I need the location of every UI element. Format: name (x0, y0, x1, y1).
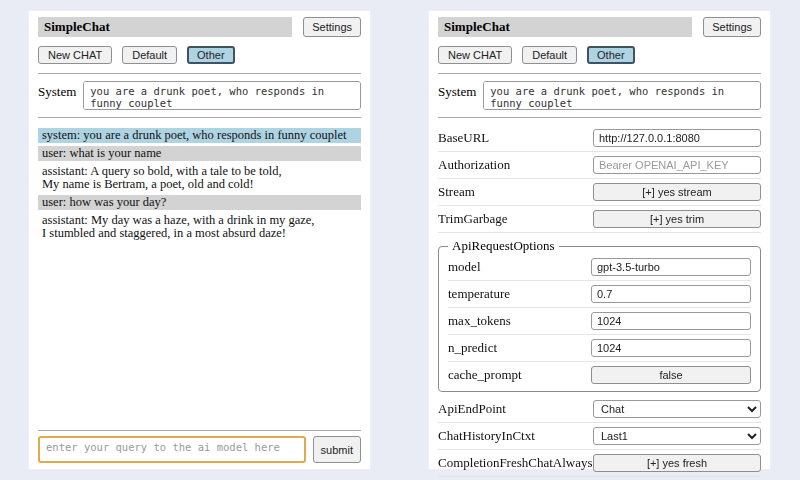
system-prompt-row: System you are a drunk poet, who respond… (438, 81, 761, 110)
setting-row-chat-history-in-ctxt: ChatHistoryInCtxt Last1 (438, 423, 761, 450)
trimgarbage-label: TrimGarbage (438, 211, 508, 227)
setting-row-n-predict: n_predict (448, 335, 751, 362)
chat-panel: SimpleChat Settings New CHAT Default Oth… (28, 10, 371, 470)
api-request-options-legend: ApiRequestOptions (448, 238, 559, 254)
chat-message-user: user: what is your name (38, 146, 361, 161)
setting-row-api-endpoint: ApiEndPoint Chat (438, 396, 761, 423)
api-request-options-fieldset: ApiRequestOptions model temperature max_… (438, 238, 761, 392)
chat-session-toolbar: New CHAT Default Other (438, 46, 761, 64)
titlebar-row: SimpleChat Settings (438, 17, 761, 37)
api-endpoint-select[interactable]: Chat (593, 400, 761, 418)
cache-prompt-toggle-button[interactable]: false (591, 366, 751, 384)
model-input[interactable] (591, 258, 751, 276)
baseurl-label: BaseURL (438, 130, 489, 146)
chat-message-user: user: how was your day? (38, 195, 361, 210)
n-predict-label: n_predict (448, 340, 497, 356)
max-tokens-input[interactable] (591, 312, 751, 330)
baseurl-input[interactable] (593, 129, 761, 147)
chat-log: system: you are a drunk poet, who respon… (38, 128, 361, 424)
stream-label: Stream (438, 184, 475, 200)
setting-row-cache-prompt: cache_prompt false (448, 362, 751, 388)
temperature-input[interactable] (591, 285, 751, 303)
settings-button[interactable]: Settings (303, 17, 361, 37)
divider (38, 430, 361, 431)
model-label: model (448, 259, 481, 275)
settings-panel: SimpleChat Settings New CHAT Default Oth… (428, 10, 771, 470)
setting-row-temperature: temperature (448, 281, 751, 308)
settings-button[interactable]: Settings (703, 17, 761, 37)
query-row: submit (38, 436, 361, 463)
new-chat-button[interactable]: New CHAT (38, 46, 112, 64)
query-footer: submit (38, 424, 361, 463)
completion-fresh-chat-always-toggle-button[interactable]: [+] yes fresh (593, 454, 761, 472)
completion-fresh-chat-always-label: CompletionFreshChatAlways (438, 455, 593, 471)
chat-message-assistant: assistant: My day was a haze, with a dri… (38, 213, 361, 241)
authorization-input[interactable] (593, 156, 761, 174)
api-endpoint-label: ApiEndPoint (438, 401, 506, 417)
setting-row-completion-fresh-chat-always: CompletionFreshChatAlways [+] yes fresh (438, 450, 761, 477)
setting-row-authorization: Authorization (438, 152, 761, 179)
setting-row-baseurl: BaseURL (438, 125, 761, 152)
temperature-label: temperature (448, 286, 510, 302)
chat-message-system: system: you are a drunk poet, who respon… (38, 128, 361, 143)
setting-row-stream: Stream [+] yes stream (438, 179, 761, 206)
session-button-default[interactable]: Default (122, 46, 177, 64)
max-tokens-label: max_tokens (448, 313, 511, 329)
chat-session-toolbar: New CHAT Default Other (38, 46, 361, 64)
chat-history-in-ctxt-label: ChatHistoryInCtxt (438, 428, 535, 444)
trimgarbage-toggle-button[interactable]: [+] yes trim (593, 210, 761, 228)
system-label: System (438, 81, 476, 110)
divider (438, 117, 761, 118)
n-predict-input[interactable] (591, 339, 751, 357)
session-button-other[interactable]: Other (187, 46, 235, 64)
session-button-default[interactable]: Default (522, 46, 577, 64)
divider (438, 73, 761, 74)
system-prompt-input[interactable]: you are a drunk poet, who responds in fu… (83, 81, 361, 110)
chat-message-assistant: assistant: A query so bold, with a tale … (38, 164, 361, 192)
setting-row-trimgarbage: TrimGarbage [+] yes trim (438, 206, 761, 233)
setting-row-model: model (448, 254, 751, 281)
authorization-label: Authorization (438, 157, 510, 173)
system-prompt-input[interactable]: you are a drunk poet, who responds in fu… (483, 81, 761, 110)
session-button-other[interactable]: Other (587, 46, 635, 64)
app-title: SimpleChat (38, 17, 292, 37)
system-prompt-row: System you are a drunk poet, who respond… (38, 81, 361, 110)
divider (38, 73, 361, 74)
chat-history-in-ctxt-select[interactable]: Last1 (593, 427, 761, 445)
new-chat-button[interactable]: New CHAT (438, 46, 512, 64)
cache-prompt-label: cache_prompt (448, 367, 522, 383)
settings-list: BaseURL Authorization Stream [+] yes str… (438, 125, 761, 480)
system-label: System (38, 81, 76, 110)
setting-row-max-tokens: max_tokens (448, 308, 751, 335)
stream-toggle-button[interactable]: [+] yes stream (593, 183, 761, 201)
query-input[interactable] (38, 436, 306, 463)
page: SimpleChat Settings New CHAT Default Oth… (0, 0, 800, 480)
divider (38, 117, 361, 118)
submit-button[interactable]: submit (313, 436, 361, 463)
titlebar-row: SimpleChat Settings (38, 17, 361, 37)
app-title: SimpleChat (438, 17, 692, 37)
